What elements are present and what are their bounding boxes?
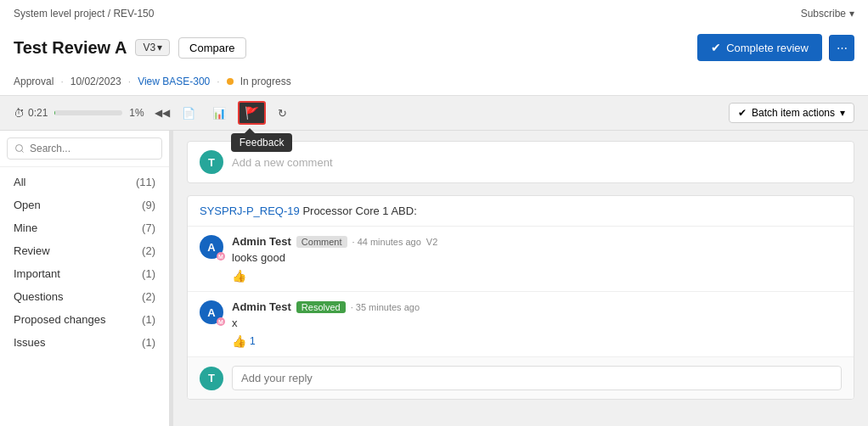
sidebar-filter-count: (9) [142,199,155,211]
comment-tag-resolved: Resolved [296,301,346,313]
view-base-link[interactable]: View BASE-300 [138,76,210,87]
comment-time: · 44 minutes ago [352,237,421,247]
sidebar-filter-item[interactable]: Mine(7) [0,216,169,239]
approval-label: Approval [14,76,54,87]
status-label: In progress [240,76,291,87]
page-title: Test Review A [14,38,127,58]
ellipsis-icon: ⋯ [837,42,848,54]
sidebar-filter-count: (2) [142,244,155,257]
sidebar-filter-count: (1) [142,313,155,326]
thread-header: SYSPRJ-P_REQ-19 Processor Core 1 ABD: [188,196,854,226]
sidebar-filter-count: (11) [136,176,155,188]
sidebar-filter-label: Mine [14,221,37,234]
check-icon: ✔ [711,41,721,54]
current-user-avatar: T [200,150,223,174]
feedback-button[interactable]: 🚩 Feedback [238,101,266,125]
thread-header-text: Processor Core 1 ABD: [302,205,416,217]
like-button[interactable]: 👍 [232,269,246,283]
comment-body: Admin Test Resolved · 35 minutes ago x 👍… [232,300,842,348]
search-input[interactable] [7,137,162,160]
avatar-badge: M [217,252,225,261]
document-icon-btn[interactable]: 📄 [177,104,200,123]
sidebar-filter-label: All [14,176,25,188]
refresh-icon-btn[interactable]: ↻ [273,104,292,123]
avatar: A M [200,300,223,324]
like-count: 1 [250,335,256,347]
chevron-down-icon: ▾ [840,107,845,119]
sidebar-filter-label: Review [14,244,50,257]
collapse-icon[interactable]: ◀◀ [155,107,170,119]
more-actions-button[interactable]: ⋯ [829,35,854,61]
version-selector[interactable]: V3 ▾ [135,39,170,56]
comment-avatar-wrap: A M [200,235,223,283]
reply-row: T [188,356,854,399]
sidebar: All(11)Open(9)Mine(7)Review(2)Important(… [0,131,170,426]
progress-bar [54,110,122,115]
thread-comment: A M Admin Test Resolved · 35 minutes ago… [188,291,854,356]
avatar: A M [200,235,223,259]
progress-bar-fill [54,110,55,115]
comment-version: V2 [426,237,437,247]
sidebar-filter-label: Issues [14,336,46,349]
like-button[interactable]: 👍 1 [232,334,256,348]
comment-avatar-wrap: A M [200,300,223,348]
sidebar-filter-item[interactable]: Questions(2) [0,285,169,308]
thread-section: SYSPRJ-P_REQ-19 Processor Core 1 ABD: A … [187,195,854,400]
reply-input[interactable] [232,366,842,390]
comment-text: x [232,317,842,329]
thread-link[interactable]: SYSPRJ-P_REQ-19 [200,205,300,217]
complete-review-button[interactable]: ✔ Complete review [697,34,822,61]
avatar-badge: M [217,317,225,326]
content-area: T Add a new comment SYSPRJ-P_REQ-19 Proc… [173,131,868,426]
sidebar-filter-label: Open [14,199,41,211]
progress-label: 1% [129,107,144,119]
sidebar-filter-label: Proposed changes [14,313,105,326]
subscribe-button[interactable]: Subscribe ▾ [801,8,854,20]
review-date: 10/02/2023 [70,76,121,87]
sidebar-filter-item[interactable]: Review(2) [0,239,169,262]
sidebar-filter-item[interactable]: Issues(1) [0,331,169,354]
feedback-tooltip: Feedback [231,133,293,152]
sidebar-filter-item[interactable]: Open(9) [0,193,169,216]
thread-comment: A M Admin Test Comment · 44 minutes ago … [188,226,854,291]
breadcrumb: System level project / REV-150 [14,8,154,20]
status-dot [227,78,234,85]
clock-icon: ⏱ [14,107,25,120]
comment-author: Admin Test [232,300,291,313]
timer-display: ⏱ 0:21 [14,107,48,120]
chart-icon-btn[interactable]: 📊 [207,104,231,123]
sidebar-filter-item[interactable]: Important(1) [0,262,169,285]
sidebar-filter-count: (1) [142,336,155,349]
comment-text: looks good [232,251,842,264]
comment-author: Admin Test [232,235,291,248]
filter-list: All(11)Open(9)Mine(7)Review(2)Important(… [0,167,169,357]
sidebar-filter-count: (2) [142,290,155,303]
sidebar-filter-label: Questions [14,290,64,303]
batch-actions-button[interactable]: ✔ Batch item actions ▾ [729,103,854,123]
comment-time: · 35 minutes ago [351,302,420,312]
sidebar-filter-count: (1) [142,267,155,280]
sidebar-filter-count: (7) [142,221,155,234]
comment-tag: Comment [296,236,347,248]
reply-avatar: T [200,367,223,390]
new-comment-placeholder[interactable]: Add a new comment [232,156,333,169]
sidebar-filter-item[interactable]: Proposed changes(1) [0,308,169,331]
comment-body: Admin Test Comment · 44 minutes ago V2 l… [232,235,842,283]
check-circle-icon: ✔ [738,107,747,119]
chevron-down-icon: ▾ [157,42,162,53]
sidebar-filter-label: Important [14,267,60,280]
compare-button[interactable]: Compare [178,37,245,59]
sidebar-filter-item[interactable]: All(11) [0,171,169,193]
